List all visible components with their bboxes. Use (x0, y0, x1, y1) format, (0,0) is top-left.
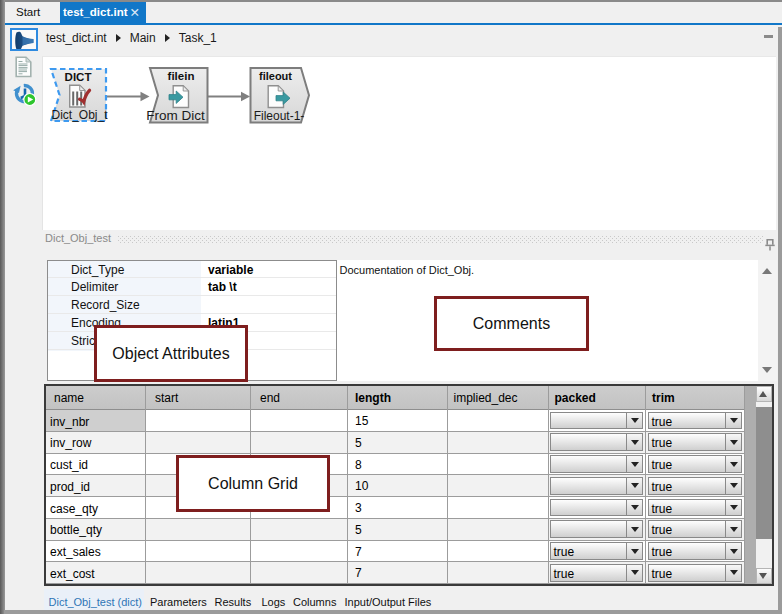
svg-text:Fileout-1-: Fileout-1- (254, 109, 305, 123)
svg-text:DICT: DICT (65, 71, 92, 83)
svg-text:From Dict: From Dict (146, 108, 205, 123)
svg-text:fileout: fileout (259, 70, 292, 82)
svg-text:filein: filein (168, 70, 195, 82)
svg-text:Dict_Obj_t: Dict_Obj_t (51, 108, 108, 122)
